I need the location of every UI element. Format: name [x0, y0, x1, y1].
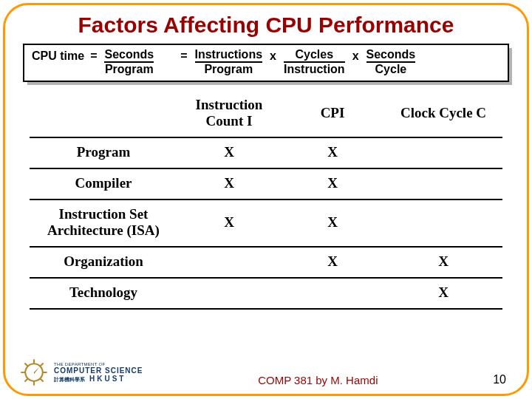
fraction-seconds-cycle: Seconds Cycle [366, 48, 416, 76]
equals-1: = [90, 48, 97, 63]
dept-hkust: HKUST [89, 375, 126, 383]
table-cell: X [281, 168, 384, 200]
fraction-instr-program: Instructions Program [195, 48, 263, 76]
times-2: x [352, 48, 359, 63]
svg-marker-9 [34, 366, 40, 374]
col-header-cpi: CPI [281, 91, 384, 137]
col-header-instruction-count: Instruction Count I [177, 91, 281, 137]
table-cell: X [384, 278, 502, 309]
fraction-cycles-instr: Cycles Instruction [284, 48, 345, 76]
frac2a-bot: Program [195, 61, 263, 76]
equals-2: = [180, 48, 187, 63]
equation-lhs: CPU time [32, 48, 84, 63]
fraction-seconds-program: Seconds Program [104, 48, 154, 76]
col-header-clock-cycle: Clock Cycle C [384, 91, 502, 137]
frac2c-bot: Cycle [366, 61, 416, 76]
table-row-label: Technology [30, 278, 177, 309]
table-row-label: Program [30, 137, 177, 168]
table-cell: X [177, 168, 281, 200]
times-1: x [270, 48, 276, 63]
table-cell [281, 278, 384, 309]
table-cell: X [177, 200, 281, 247]
dept-chinese: 計算機科學系 [54, 377, 85, 383]
table-cell [177, 247, 281, 278]
frac2b-top: Cycles [284, 48, 345, 61]
table-cell [384, 168, 502, 200]
table-cell [384, 137, 502, 168]
page-number: 10 [493, 373, 506, 388]
dept-main: COMPUTER SCIENCE [54, 366, 143, 375]
table-cell [384, 200, 502, 247]
frac1-top: Seconds [104, 48, 154, 61]
table-row-label: Compiler [30, 168, 177, 200]
table-cell [177, 278, 281, 309]
svg-line-8 [24, 378, 27, 381]
slide-title: Factors Affecting CPU Performance [20, 13, 512, 38]
frac2a-top: Instructions [195, 48, 263, 61]
dept-logo: THE DEPARTMENT OF COMPUTER SCIENCE 計算機科學… [18, 357, 143, 388]
svg-line-6 [40, 378, 43, 381]
frac2b-bot: Instruction [284, 61, 345, 76]
sundial-icon [18, 357, 50, 388]
table-row-label: Instruction Set Architecture (ISA) [30, 200, 177, 247]
svg-line-5 [24, 363, 27, 366]
equation-content: CPU time = Seconds Program = Instruction… [23, 44, 509, 82]
dept-logo-text: THE DEPARTMENT OF COMPUTER SCIENCE 計算機科學… [54, 362, 143, 383]
frac2c-top: Seconds [366, 48, 416, 61]
table-cell: X [177, 137, 281, 168]
table-cell: X [281, 247, 384, 278]
factors-table: Instruction Count I CPI Clock Cycle C Pr… [30, 91, 502, 310]
dept-prefix: THE DEPARTMENT OF [54, 362, 143, 367]
table-cell: X [281, 137, 384, 168]
frac1-bot: Program [104, 61, 154, 76]
table-cell: X [384, 247, 502, 278]
table-cell: X [281, 200, 384, 247]
slide-frame: Factors Affecting CPU Performance CPU ti… [3, 3, 529, 396]
footer-course: COMP 381 by M. Hamdi [143, 374, 493, 388]
slide-footer: THE DEPARTMENT OF COMPUTER SCIENCE 計算機科學… [5, 357, 527, 388]
svg-line-7 [40, 363, 43, 366]
equation-box: CPU time = Seconds Program = Instruction… [23, 44, 509, 82]
table-row-label: Organization [30, 247, 177, 278]
